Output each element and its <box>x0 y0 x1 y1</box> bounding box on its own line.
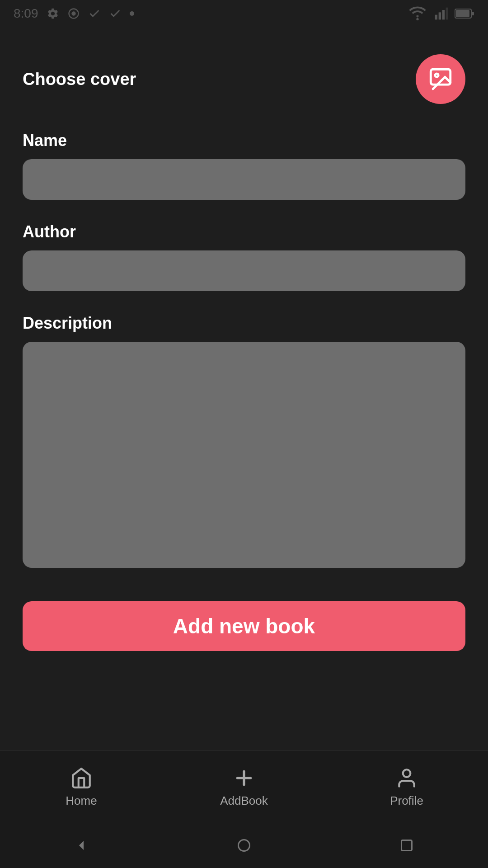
svg-point-11 <box>435 74 438 77</box>
svg-rect-9 <box>472 12 474 15</box>
signal-icon <box>434 6 448 21</box>
author-label: Author <box>23 222 465 241</box>
svg-marker-15 <box>79 841 84 850</box>
description-input[interactable] <box>23 342 465 568</box>
home-circle-indicator <box>238 839 250 852</box>
choose-cover-label: Choose cover <box>23 70 136 89</box>
svg-rect-6 <box>446 8 448 20</box>
main-content: Choose cover Name Author Description Add… <box>0 27 488 750</box>
nav-profile[interactable]: Profile <box>325 766 488 808</box>
svg-point-14 <box>403 769 411 777</box>
name-input[interactable] <box>23 159 465 200</box>
svg-rect-3 <box>435 15 437 20</box>
battery-icon <box>455 8 474 19</box>
status-right <box>408 6 474 21</box>
check-icon-2 <box>109 7 122 20</box>
choose-cover-section: Choose cover <box>23 54 465 104</box>
home-label: Home <box>66 794 97 808</box>
nav-addbook[interactable]: AddBook <box>163 766 325 808</box>
wifi-icon <box>408 6 427 21</box>
name-field-section: Name <box>23 131 465 200</box>
svg-rect-5 <box>442 10 445 19</box>
nav-home[interactable]: Home <box>0 766 163 808</box>
addbook-label: AddBook <box>220 794 268 808</box>
profile-label: Profile <box>390 794 423 808</box>
home-button[interactable] <box>230 832 258 859</box>
bottom-nav: Home AddBook Profile <box>0 750 488 823</box>
back-button[interactable] <box>68 832 95 859</box>
add-book-button[interactable]: Add new book <box>23 601 465 651</box>
gear-icon <box>47 7 59 20</box>
location-icon <box>67 7 80 20</box>
svg-rect-8 <box>456 10 469 17</box>
svg-point-2 <box>416 18 418 20</box>
profile-icon <box>394 766 419 790</box>
author-input[interactable] <box>23 250 465 291</box>
choose-cover-button[interactable] <box>416 54 465 104</box>
description-field-section: Description <box>23 314 465 570</box>
status-left: 8:09 <box>14 6 134 21</box>
addbook-icon <box>232 766 256 790</box>
description-label: Description <box>23 314 465 333</box>
status-bar: 8:09 <box>0 0 488 27</box>
recents-square-indicator <box>401 840 413 851</box>
status-time: 8:09 <box>14 6 38 21</box>
author-field-section: Author <box>23 222 465 291</box>
svg-point-1 <box>71 11 75 15</box>
home-icon <box>69 766 94 790</box>
recents-button[interactable] <box>393 832 420 859</box>
notification-dot <box>130 11 134 16</box>
svg-rect-4 <box>439 12 441 19</box>
system-nav <box>0 823 488 868</box>
check-icon-1 <box>88 7 101 20</box>
image-icon <box>427 66 454 92</box>
name-label: Name <box>23 131 465 150</box>
